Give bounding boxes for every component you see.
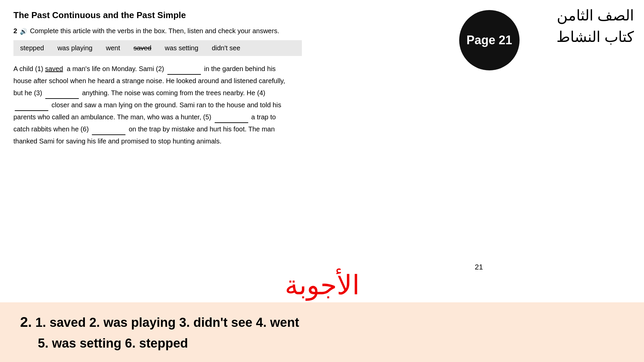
word-box: stepped was playing went saved was setti… (13, 40, 302, 56)
word-didnt-see: didn't see (212, 44, 240, 52)
page-circle: Page 21 (459, 10, 520, 70)
blank-4 (15, 110, 48, 111)
blank-5 (215, 122, 248, 123)
answers-line1: 1. saved 2. was playing 3. didn't see 4.… (36, 315, 299, 329)
word-saved: saved (133, 44, 151, 52)
answers-label: الأجوبة (0, 269, 644, 301)
answers-line2: 5. was setting 6. stepped (38, 336, 188, 350)
right-panel: Page 21 الصف الثامن كتاب النشاط (459, 7, 634, 70)
word-stepped: stepped (20, 44, 44, 52)
blank-3 (45, 98, 79, 99)
answer-1: saved (45, 65, 63, 72)
exercise-instruction: Complete this article with the verbs in … (30, 27, 279, 35)
speaker-icon: 🔊 (20, 28, 27, 35)
blank-2 (167, 74, 201, 75)
answer-exercise-number: 2. (20, 314, 32, 330)
word-was-playing: was playing (57, 44, 93, 52)
main-content: The Past Continuous and the Past Simple … (0, 0, 302, 157)
arabic-line2: كتاب النشاط (556, 28, 634, 45)
article-text: A child (1) saved a man's life on Monday… (13, 63, 288, 147)
page-badge-label: Page 21 (467, 33, 512, 47)
answers-box: 2. 1. saved 2. was playing 3. didn't see… (0, 302, 644, 362)
arabic-labels: الصف الثامن كتاب النشاط (556, 7, 634, 50)
answers-section: 21 الأجوبة 2. 1. saved 2. was playing 3.… (0, 269, 644, 362)
page-title: The Past Continuous and the Past Simple (13, 10, 288, 20)
exercise-header: 2 🔊 Complete this article with the verbs… (13, 27, 288, 35)
arabic-line1: الصف الثامن (557, 7, 634, 24)
blank-6 (92, 134, 125, 135)
word-went: went (106, 44, 120, 52)
exercise-number: 2 (13, 27, 17, 35)
word-was-setting: was setting (165, 44, 198, 52)
